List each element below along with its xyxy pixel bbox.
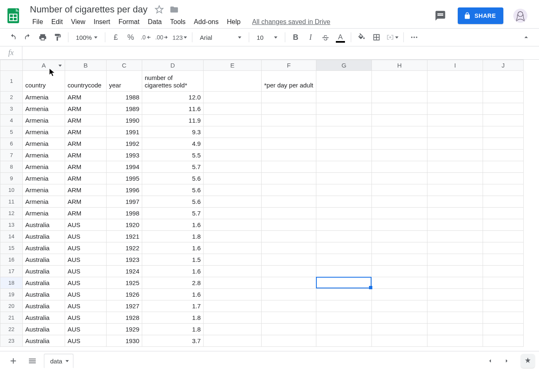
- row-head-16[interactable]: 16: [0, 254, 23, 266]
- cell-G9[interactable]: [316, 173, 372, 184]
- cell-I13[interactable]: [427, 219, 483, 231]
- format-percent-button[interactable]: %: [124, 30, 138, 44]
- col-dropdown-icon[interactable]: [56, 62, 64, 69]
- cell-E13[interactable]: [204, 219, 262, 231]
- row-head-12[interactable]: 12: [0, 208, 23, 219]
- undo-button[interactable]: [6, 30, 20, 44]
- cell-J14[interactable]: [483, 231, 524, 242]
- cell-H9[interactable]: [372, 173, 427, 184]
- cell-A19[interactable]: Australia: [23, 289, 65, 300]
- col-head-B[interactable]: B: [65, 60, 107, 71]
- fill-color-button[interactable]: [354, 30, 369, 44]
- cell-C5[interactable]: 1991: [107, 126, 142, 138]
- menu-addons[interactable]: Add-ons: [190, 17, 223, 27]
- cell-A9[interactable]: Armenia: [23, 173, 65, 184]
- cell-E11[interactable]: [204, 196, 262, 208]
- cell-B22[interactable]: AUS: [65, 324, 107, 335]
- cell-J20[interactable]: [483, 300, 524, 312]
- cell-J9[interactable]: [483, 173, 524, 184]
- cell-E15[interactable]: [204, 242, 262, 254]
- cell-C1[interactable]: year: [107, 71, 142, 92]
- account-avatar[interactable]: [513, 9, 527, 23]
- cell-C15[interactable]: 1922: [107, 242, 142, 254]
- cell-F9[interactable]: [262, 173, 316, 184]
- cell-C19[interactable]: 1926: [107, 289, 142, 300]
- cell-D14[interactable]: 1.8: [142, 231, 204, 242]
- more-toolbar-button[interactable]: [407, 30, 421, 44]
- cell-E23[interactable]: [204, 335, 262, 347]
- cell-E2[interactable]: [204, 92, 262, 103]
- cell-J10[interactable]: [483, 184, 524, 196]
- row-head-2[interactable]: 2: [0, 92, 23, 103]
- cell-H3[interactable]: [372, 103, 427, 115]
- cell-B12[interactable]: ARM: [65, 208, 107, 219]
- cell-H4[interactable]: [372, 115, 427, 126]
- cell-J8[interactable]: [483, 161, 524, 173]
- row-head-1[interactable]: 1: [0, 71, 23, 92]
- format-currency-button[interactable]: £: [109, 30, 123, 44]
- cell-F18[interactable]: [262, 277, 316, 289]
- cell-A10[interactable]: Armenia: [23, 184, 65, 196]
- cell-C11[interactable]: 1997: [107, 196, 142, 208]
- cell-J5[interactable]: [483, 126, 524, 138]
- cell-A20[interactable]: Australia: [23, 300, 65, 312]
- increase-decimal-button[interactable]: .00: [153, 30, 170, 44]
- add-sheet-button[interactable]: [6, 353, 21, 368]
- cell-D16[interactable]: 1.5: [142, 254, 204, 266]
- text-color-button[interactable]: A: [333, 30, 347, 44]
- cell-G6[interactable]: [316, 138, 372, 150]
- cell-F23[interactable]: [262, 335, 316, 347]
- decrease-decimal-button[interactable]: .0: [138, 30, 153, 44]
- cell-D7[interactable]: 5.5: [142, 150, 204, 161]
- cell-I5[interactable]: [427, 126, 483, 138]
- cell-G19[interactable]: [316, 289, 372, 300]
- doc-title[interactable]: Number of cigarettes per day: [28, 3, 149, 16]
- row-head-4[interactable]: 4: [0, 115, 23, 126]
- cell-F21[interactable]: [262, 312, 316, 324]
- cell-B18[interactable]: AUS: [65, 277, 107, 289]
- cell-H5[interactable]: [372, 126, 427, 138]
- zoom-select[interactable]: 100%: [72, 34, 102, 41]
- paint-format-button[interactable]: [51, 30, 65, 44]
- cell-I16[interactable]: [427, 254, 483, 266]
- cell-B11[interactable]: ARM: [65, 196, 107, 208]
- cell-J13[interactable]: [483, 219, 524, 231]
- cell-A5[interactable]: Armenia: [23, 126, 65, 138]
- cell-A12[interactable]: Armenia: [23, 208, 65, 219]
- cell-D15[interactable]: 1.6: [142, 242, 204, 254]
- cell-F12[interactable]: [262, 208, 316, 219]
- cell-D23[interactable]: 3.7: [142, 335, 204, 347]
- cell-J1[interactable]: [483, 71, 524, 92]
- row-head-22[interactable]: 22: [0, 324, 23, 335]
- cell-J19[interactable]: [483, 289, 524, 300]
- cell-D9[interactable]: 5.6: [142, 173, 204, 184]
- cell-C4[interactable]: 1990: [107, 115, 142, 126]
- cell-G10[interactable]: [316, 184, 372, 196]
- cell-G3[interactable]: [316, 103, 372, 115]
- cell-E14[interactable]: [204, 231, 262, 242]
- cell-I18[interactable]: [427, 277, 483, 289]
- cell-C17[interactable]: 1924: [107, 266, 142, 277]
- cell-J18[interactable]: [483, 277, 524, 289]
- cell-A15[interactable]: Australia: [23, 242, 65, 254]
- cell-H14[interactable]: [372, 231, 427, 242]
- cell-C23[interactable]: 1930: [107, 335, 142, 347]
- row-head-15[interactable]: 15: [0, 242, 23, 254]
- cell-J4[interactable]: [483, 115, 524, 126]
- cell-A13[interactable]: Australia: [23, 219, 65, 231]
- cell-D18[interactable]: 2.8: [142, 277, 204, 289]
- cell-G16[interactable]: [316, 254, 372, 266]
- cell-H15[interactable]: [372, 242, 427, 254]
- cell-J11[interactable]: [483, 196, 524, 208]
- menu-data[interactable]: Data: [143, 17, 166, 27]
- tab-nav-left[interactable]: [483, 353, 498, 368]
- col-head-I[interactable]: I: [427, 60, 483, 71]
- cell-B4[interactable]: ARM: [65, 115, 107, 126]
- cell-A14[interactable]: Australia: [23, 231, 65, 242]
- star-icon[interactable]: [154, 5, 164, 15]
- cell-E9[interactable]: [204, 173, 262, 184]
- cell-A8[interactable]: Armenia: [23, 161, 65, 173]
- cell-B13[interactable]: AUS: [65, 219, 107, 231]
- cell-I12[interactable]: [427, 208, 483, 219]
- italic-button[interactable]: I: [303, 30, 318, 44]
